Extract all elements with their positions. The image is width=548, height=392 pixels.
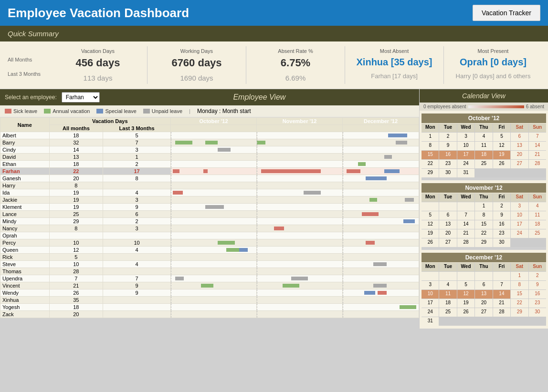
calendar-day[interactable]: 22 bbox=[511, 299, 528, 308]
calendar-day[interactable]: 15 bbox=[422, 151, 439, 159]
calendar-day[interactable]: 19 bbox=[457, 299, 474, 308]
calendar-day[interactable]: 25 bbox=[475, 160, 492, 168]
calendar-day[interactable]: 1 bbox=[422, 133, 439, 141]
calendar-day[interactable]: 30 bbox=[493, 238, 510, 247]
calendar-day[interactable]: 30 bbox=[529, 308, 546, 317]
calendar-day[interactable]: 24 bbox=[457, 160, 474, 168]
gantt-cell bbox=[257, 225, 343, 232]
calendar-day[interactable]: 27 bbox=[475, 308, 492, 317]
calendar-day[interactable]: 1 bbox=[511, 272, 528, 280]
calendar-day[interactable]: 9 bbox=[439, 142, 456, 150]
calendar-day[interactable]: 13 bbox=[511, 142, 528, 150]
calendar-day[interactable]: 7 bbox=[529, 133, 546, 141]
calendar-day[interactable]: 18 bbox=[439, 299, 456, 308]
calendar-day[interactable]: 27 bbox=[511, 160, 528, 168]
calendar-day[interactable]: 9 bbox=[529, 281, 546, 289]
calendar-day[interactable]: 4 bbox=[529, 202, 546, 211]
calendar-day[interactable]: 13 bbox=[439, 220, 456, 229]
calendar-day[interactable]: 28 bbox=[529, 160, 546, 168]
calendar-day[interactable]: 7 bbox=[457, 211, 474, 220]
calendar-day[interactable]: 28 bbox=[457, 238, 474, 247]
calendar-day[interactable]: 31 bbox=[422, 317, 439, 326]
calendar-day[interactable]: 30 bbox=[439, 169, 456, 177]
calendar-day[interactable]: 21 bbox=[529, 151, 546, 159]
calendar-day[interactable]: 31 bbox=[457, 169, 474, 177]
calendar-day[interactable]: 2 bbox=[529, 272, 546, 280]
calendar-day[interactable]: 19 bbox=[422, 229, 439, 238]
calendar-day[interactable]: 12 bbox=[457, 290, 474, 299]
calendar-day[interactable]: 29 bbox=[511, 308, 528, 317]
calendar-day[interactable]: 13 bbox=[475, 290, 492, 299]
employee-all-months: 22 bbox=[49, 168, 103, 175]
calendar-day[interactable]: 11 bbox=[439, 290, 456, 299]
calendar-day[interactable]: 29 bbox=[422, 169, 439, 177]
calendar-day[interactable]: 2 bbox=[439, 133, 456, 141]
calendar-day[interactable]: 10 bbox=[422, 290, 439, 299]
calendar-day[interactable]: 18 bbox=[475, 151, 492, 159]
calendar-day[interactable]: 29 bbox=[475, 238, 492, 247]
calendar-day[interactable]: 5 bbox=[457, 281, 474, 289]
calendar-day[interactable]: 17 bbox=[422, 299, 439, 308]
calendar-day[interactable]: 20 bbox=[511, 151, 528, 159]
calendar-day[interactable]: 6 bbox=[511, 133, 528, 141]
calendar-day[interactable]: 16 bbox=[439, 151, 456, 159]
calendar-day[interactable]: 8 bbox=[511, 281, 528, 289]
calendar-month-title: December '12 bbox=[422, 253, 546, 262]
calendar-day[interactable]: 6 bbox=[475, 281, 492, 289]
calendar-day-header: Wed bbox=[457, 193, 474, 202]
calendar-day[interactable]: 15 bbox=[511, 290, 528, 299]
calendar-day[interactable]: 7 bbox=[493, 281, 510, 289]
calendar-day[interactable]: 10 bbox=[457, 142, 474, 150]
calendar-day[interactable]: 26 bbox=[457, 308, 474, 317]
calendar-day[interactable]: 26 bbox=[493, 160, 510, 168]
calendar-day[interactable]: 25 bbox=[529, 229, 546, 238]
calendar-day[interactable]: 14 bbox=[529, 142, 546, 150]
calendar-day[interactable]: 16 bbox=[493, 220, 510, 229]
calendar-day[interactable]: 21 bbox=[493, 299, 510, 308]
calendar-day[interactable]: 3 bbox=[457, 133, 474, 141]
calendar-day[interactable]: 21 bbox=[457, 229, 474, 238]
calendar-day[interactable]: 24 bbox=[511, 229, 528, 238]
calendar-day[interactable]: 27 bbox=[439, 238, 456, 247]
calendar-day[interactable]: 12 bbox=[422, 220, 439, 229]
vacation-tracker-button[interactable]: Vacation Tracker bbox=[473, 5, 540, 21]
calendar-day[interactable]: 20 bbox=[475, 299, 492, 308]
calendar-day[interactable]: 4 bbox=[475, 133, 492, 141]
employee-name: Oprah bbox=[0, 232, 50, 239]
calendar-day[interactable]: 28 bbox=[493, 308, 510, 317]
calendar-day[interactable]: 23 bbox=[529, 299, 546, 308]
employee-select[interactable]: Farhan bbox=[62, 92, 100, 103]
calendar-day[interactable]: 9 bbox=[493, 211, 510, 220]
calendar-day[interactable]: 14 bbox=[493, 290, 510, 299]
calendar-day[interactable]: 3 bbox=[422, 281, 439, 289]
calendar-day[interactable]: 20 bbox=[439, 229, 456, 238]
calendar-day[interactable]: 17 bbox=[457, 151, 474, 159]
calendar-day[interactable]: 3 bbox=[511, 202, 528, 211]
calendar-day[interactable]: 16 bbox=[529, 290, 546, 299]
calendar-day[interactable]: 5 bbox=[422, 211, 439, 220]
calendar-day[interactable]: 8 bbox=[475, 211, 492, 220]
calendar-day[interactable]: 5 bbox=[493, 133, 510, 141]
calendar-day[interactable]: 15 bbox=[475, 220, 492, 229]
calendar-day[interactable]: 23 bbox=[493, 229, 510, 238]
calendar-day[interactable]: 22 bbox=[422, 160, 439, 168]
calendar-day[interactable]: 2 bbox=[493, 202, 510, 211]
calendar-day[interactable]: 11 bbox=[529, 211, 546, 220]
calendar-day[interactable]: 8 bbox=[422, 142, 439, 150]
calendar-day[interactable]: 11 bbox=[475, 142, 492, 150]
calendar-day[interactable]: 4 bbox=[439, 281, 456, 289]
calendar-day[interactable]: 12 bbox=[493, 142, 510, 150]
calendar-day[interactable]: 14 bbox=[457, 220, 474, 229]
calendar-day[interactable]: 22 bbox=[475, 229, 492, 238]
calendar-day[interactable]: 23 bbox=[439, 160, 456, 168]
calendar-day[interactable]: 24 bbox=[422, 308, 439, 317]
calendar-day[interactable]: 1 bbox=[475, 202, 492, 211]
calendar-day[interactable]: 25 bbox=[439, 308, 456, 317]
calendar-day[interactable]: 18 bbox=[529, 220, 546, 229]
calendar-day[interactable]: 19 bbox=[493, 151, 510, 159]
calendar-day-header: Sun bbox=[529, 124, 546, 132]
calendar-day[interactable]: 10 bbox=[511, 211, 528, 220]
calendar-day[interactable]: 26 bbox=[422, 238, 439, 247]
calendar-day[interactable]: 6 bbox=[439, 211, 456, 220]
calendar-day[interactable]: 17 bbox=[511, 220, 528, 229]
